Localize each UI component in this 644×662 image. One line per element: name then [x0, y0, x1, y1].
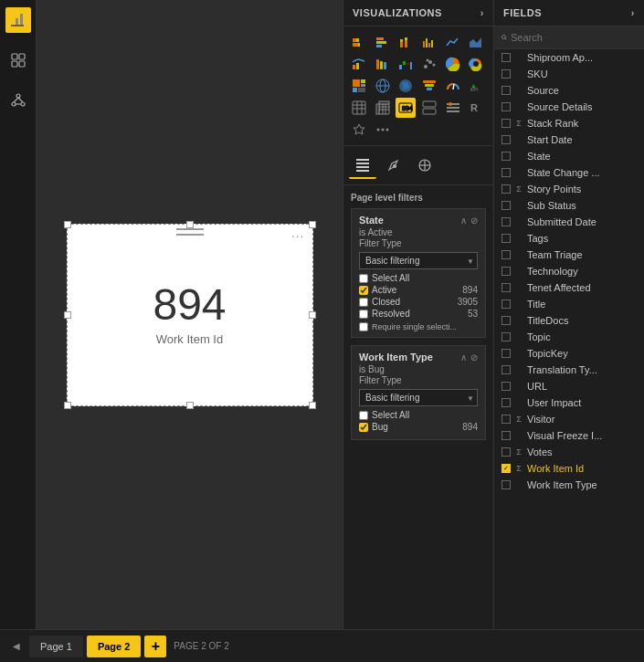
- field-checkbox[interactable]: [501, 267, 511, 276]
- field-checkbox[interactable]: [501, 283, 511, 292]
- custom-visual-icon[interactable]: [349, 120, 369, 140]
- r-visual-icon[interactable]: R: [466, 98, 486, 118]
- funnel-icon[interactable]: [419, 76, 439, 96]
- field-checkbox[interactable]: [501, 316, 511, 325]
- more-visuals-icon[interactable]: [373, 120, 393, 140]
- card-icon[interactable]: 894: [396, 98, 416, 118]
- field-checkbox[interactable]: [501, 299, 511, 309]
- canvas-page[interactable]: ··· 894 Work Item Id: [67, 224, 313, 406]
- field-checkbox[interactable]: [501, 53, 511, 62]
- field-checkbox[interactable]: [501, 234, 511, 243]
- fields-expand-icon[interactable]: ›: [631, 7, 635, 18]
- field-checkbox[interactable]: [501, 431, 511, 440]
- stacked-column-icon[interactable]: [396, 32, 416, 52]
- handle-br[interactable]: [309, 402, 316, 409]
- field-item-source-details[interactable]: Source Details: [494, 99, 644, 115]
- field-checkbox[interactable]: [501, 447, 511, 457]
- field-item-visitor[interactable]: ΣVisitor: [494, 411, 644, 427]
- field-item-submitted-date[interactable]: Submitted Date: [494, 214, 644, 230]
- state-filter-type-select[interactable]: Basic filtering Advanced filtering: [359, 252, 478, 269]
- data-icon[interactable]: [5, 47, 31, 73]
- handle-tr[interactable]: [309, 221, 316, 228]
- field-item-stack-rank[interactable]: ΣStack Rank: [494, 115, 644, 131]
- field-checkbox[interactable]: [501, 152, 511, 161]
- field-checkbox[interactable]: [501, 464, 511, 473]
- field-checkbox[interactable]: [501, 398, 511, 407]
- slicer-icon[interactable]: [443, 98, 463, 118]
- fields-search-input[interactable]: [511, 32, 637, 43]
- field-checkbox[interactable]: [501, 86, 511, 95]
- handle-ml[interactable]: [64, 311, 71, 319]
- multi-row-card-icon[interactable]: [419, 98, 439, 118]
- field-checkbox[interactable]: [501, 168, 511, 177]
- field-item-sub-status[interactable]: Sub Status: [494, 197, 644, 214]
- field-item-topic[interactable]: Topic: [494, 329, 644, 345]
- field-item-topickey[interactable]: TopicKey: [494, 345, 644, 362]
- handle-tl[interactable]: [64, 221, 71, 228]
- field-item-visual-freeze-i---[interactable]: Visual Freeze I...: [494, 427, 644, 444]
- filter-checkbox-bug[interactable]: [359, 423, 368, 432]
- pie-icon[interactable]: [443, 54, 463, 74]
- require-single-checkbox[interactable]: [359, 322, 368, 331]
- field-item-work-item-id[interactable]: ΣWork Item Id: [494, 460, 644, 477]
- kpi-icon[interactable]: ▲KPI: [466, 76, 486, 96]
- ribbon-icon[interactable]: [373, 54, 393, 74]
- waterfall-icon[interactable]: [396, 54, 416, 74]
- filter-checkbox-active[interactable]: [359, 286, 368, 295]
- field-item-technology[interactable]: Technology: [494, 263, 644, 279]
- work-item-type-filter-type-select[interactable]: Basic filtering Advanced filtering: [359, 389, 478, 406]
- field-item-start-date[interactable]: Start Date: [494, 131, 644, 148]
- filter-checkbox-select-all[interactable]: [359, 274, 368, 283]
- page-tab-1[interactable]: Page 1: [29, 636, 83, 657]
- stacked-bar-icon[interactable]: [349, 32, 369, 52]
- page-add-button[interactable]: +: [144, 636, 166, 657]
- line-stacked-icon[interactable]: [349, 54, 369, 74]
- filter-checkbox-select-all-2[interactable]: [359, 411, 368, 420]
- analytics-tool[interactable]: [411, 152, 438, 179]
- field-item-url[interactable]: URL: [494, 378, 644, 394]
- state-filter-collapse[interactable]: ∧: [460, 215, 467, 226]
- canvas-options[interactable]: ···: [291, 228, 305, 243]
- field-checkbox[interactable]: [501, 135, 511, 144]
- handle-mr[interactable]: [309, 311, 316, 319]
- field-item-tags[interactable]: Tags: [494, 230, 644, 247]
- field-item-state[interactable]: State: [494, 148, 644, 164]
- field-item-title[interactable]: Title: [494, 296, 644, 312]
- work-item-type-filter-clear[interactable]: ⊘: [470, 352, 478, 363]
- handle-tm[interactable]: [186, 221, 194, 228]
- field-checkbox[interactable]: [501, 365, 511, 374]
- field-item-shiproom-ap---[interactable]: Shiproom Ap...: [494, 49, 644, 66]
- field-item-story-points[interactable]: ΣStory Points: [494, 181, 644, 197]
- field-checkbox[interactable]: [501, 415, 511, 424]
- field-checkbox[interactable]: [501, 184, 511, 194]
- format-tool[interactable]: [380, 152, 407, 179]
- field-checkbox[interactable]: [501, 119, 511, 128]
- viz-expand-icon[interactable]: ›: [480, 7, 484, 18]
- field-item-state-change----[interactable]: State Change ...: [494, 164, 644, 181]
- handle-bm[interactable]: [186, 402, 194, 409]
- field-checkbox[interactable]: [501, 382, 511, 391]
- field-checkbox[interactable]: [501, 201, 511, 210]
- field-checkbox[interactable]: [501, 69, 511, 79]
- donut-icon[interactable]: [466, 54, 486, 74]
- field-checkbox[interactable]: [501, 250, 511, 259]
- work-item-type-filter-collapse[interactable]: ∧: [460, 352, 467, 363]
- field-item-sku[interactable]: SKU: [494, 66, 644, 82]
- area-chart-icon[interactable]: [466, 32, 486, 52]
- state-filter-clear[interactable]: ⊘: [470, 215, 478, 226]
- page-tab-2[interactable]: Page 2: [87, 636, 141, 657]
- field-item-titledocs[interactable]: TitleDocs: [494, 312, 644, 329]
- field-checkbox[interactable]: [501, 332, 511, 342]
- field-checkbox[interactable]: [501, 102, 511, 111]
- field-item-team-triage[interactable]: Team Triage: [494, 247, 644, 263]
- model-icon[interactable]: [5, 88, 31, 113]
- matrix-icon[interactable]: [373, 98, 393, 118]
- filter-checkbox-closed[interactable]: [359, 298, 368, 307]
- table-icon[interactable]: [349, 98, 369, 118]
- map-icon[interactable]: [373, 76, 393, 96]
- filled-map-icon[interactable]: [396, 76, 416, 96]
- field-item-source[interactable]: Source: [494, 82, 644, 99]
- field-item-work-item-type[interactable]: Work Item Type: [494, 477, 644, 493]
- gauge-icon[interactable]: [443, 76, 463, 96]
- clustered-bar-icon[interactable]: [373, 32, 393, 52]
